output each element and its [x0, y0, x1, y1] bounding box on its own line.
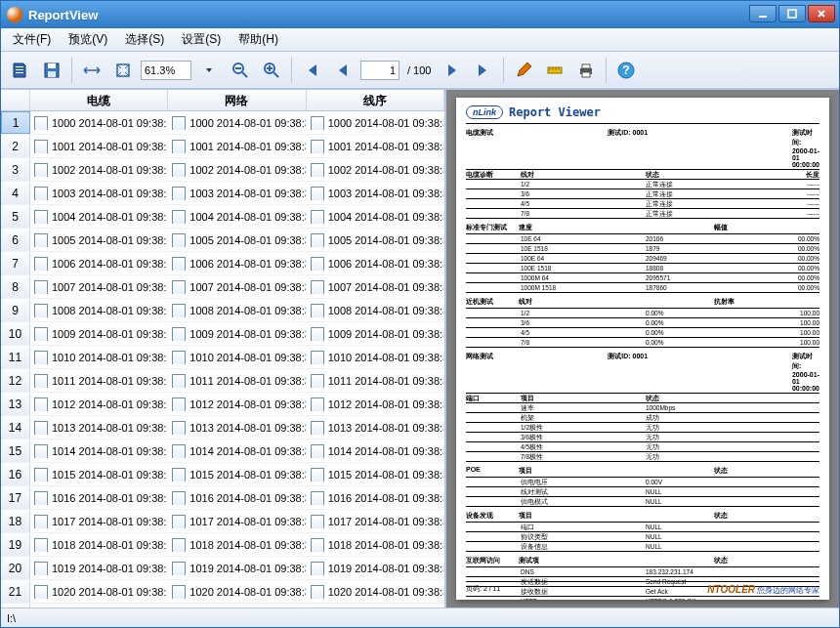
fit-page-button[interactable] — [109, 57, 137, 84]
table-row[interactable]: 151014 2014-08-01 09:38:261014 2014-08-0… — [1, 440, 444, 463]
table-row[interactable]: 201019 2014-08-01 09:38:261019 2014-08-0… — [1, 557, 444, 580]
table-row[interactable]: 51004 2014-08-01 09:38:261004 2014-08-01… — [1, 205, 444, 229]
cell-sequence[interactable]: 1011 2014-08-01 09:38:34 — [307, 374, 444, 388]
minimize-button[interactable] — [749, 5, 777, 22]
zoom-in-button[interactable] — [258, 57, 285, 84]
cell-network[interactable]: 1015 2014-08-01 09:38:30 — [168, 468, 306, 481]
zoom-input[interactable] — [141, 61, 191, 80]
cell-sequence[interactable]: 1002 2014-08-01 09:38:34 — [307, 163, 444, 177]
table-row[interactable]: 131012 2014-08-01 09:38:261012 2014-08-0… — [1, 393, 444, 416]
table-row[interactable]: 71006 2014-08-01 09:38:261006 2014-08-01… — [1, 252, 444, 275]
edit-button[interactable] — [510, 57, 537, 84]
cell-cable[interactable]: 1014 2014-08-01 09:38:26 — [30, 444, 168, 458]
column-network[interactable]: 网络 — [168, 90, 306, 110]
table-row[interactable]: 21001 2014-08-01 09:38:261001 2014-08-01… — [1, 135, 444, 158]
open-button[interactable] — [7, 57, 34, 84]
preview-pane[interactable]: nLink Report Viewer 电缆测试测试ID: 0001测试时间: … — [446, 90, 839, 607]
table-row[interactable]: 111010 2014-08-01 09:38:261010 2014-08-0… — [1, 346, 444, 369]
table-row[interactable]: 191018 2014-08-01 09:38:261018 2014-08-0… — [1, 533, 444, 557]
cell-sequence[interactable]: 1004 2014-08-01 09:38:34 — [307, 210, 444, 224]
cell-sequence[interactable]: 1020 2014-08-01 09:38:35 — [307, 585, 444, 599]
cell-sequence[interactable]: 1006 2014-08-01 09:38:34 — [307, 257, 444, 271]
cell-cable[interactable]: 1007 2014-08-01 09:38:26 — [30, 280, 168, 294]
table-row[interactable]: 161015 2014-08-01 09:38:261015 2014-08-0… — [1, 463, 444, 486]
table-row[interactable]: 181017 2014-08-01 09:38:261017 2014-08-0… — [1, 510, 444, 533]
zoom-out-button[interactable] — [227, 57, 254, 84]
cell-sequence[interactable]: 1015 2014-08-01 09:38:34 — [307, 468, 444, 481]
table-row[interactable]: 211020 2014-08-01 09:38:261020 2014-08-0… — [1, 580, 444, 604]
next-page-button[interactable] — [439, 57, 466, 84]
cell-cable[interactable]: 1010 2014-08-01 09:38:26 — [30, 351, 168, 364]
table-row[interactable]: 81007 2014-08-01 09:38:261007 2014-08-01… — [1, 275, 444, 299]
table-row[interactable]: 11000 2014-08-01 09:38:251000 2014-08-01… — [1, 111, 444, 135]
cell-sequence[interactable]: 1012 2014-08-01 09:38:34 — [307, 398, 444, 411]
print-button[interactable] — [572, 57, 600, 84]
save-button[interactable] — [38, 57, 65, 84]
last-page-button[interactable] — [470, 57, 497, 84]
cell-cable[interactable]: 1012 2014-08-01 09:38:26 — [30, 398, 168, 411]
cell-sequence[interactable]: 1016 2014-08-01 09:38:35 — [307, 491, 444, 505]
cell-cable[interactable]: 1002 2014-08-01 09:38:26 — [30, 163, 168, 177]
cell-sequence[interactable]: 1007 2014-08-01 09:38:34 — [307, 280, 444, 294]
cell-network[interactable]: 1008 2014-08-01 09:38:30 — [168, 304, 306, 317]
cell-cable[interactable]: 1017 2014-08-01 09:38:26 — [30, 515, 168, 528]
cell-sequence[interactable]: 1019 2014-08-01 09:38:35 — [307, 562, 444, 575]
table-row[interactable]: 141013 2014-08-01 09:38:261013 2014-08-0… — [1, 416, 444, 440]
cell-network[interactable]: 1014 2014-08-01 09:38:30 — [168, 444, 306, 458]
cell-sequence[interactable]: 1005 2014-08-01 09:38:34 — [307, 233, 444, 247]
cell-sequence[interactable]: 1001 2014-08-01 09:38:34 — [307, 140, 444, 153]
help-button[interactable]: ? — [612, 57, 640, 84]
cell-network[interactable]: 1003 2014-08-01 09:38:30 — [168, 187, 306, 200]
cell-network[interactable]: 1012 2014-08-01 09:38:30 — [168, 398, 306, 411]
cell-network[interactable]: 1019 2014-08-01 09:38:31 — [168, 562, 306, 575]
cell-cable[interactable]: 1020 2014-08-01 09:38:26 — [30, 585, 168, 599]
cell-sequence[interactable]: 1013 2014-08-01 09:38:34 — [307, 421, 444, 435]
cell-sequence[interactable]: 1017 2014-08-01 09:38:35 — [307, 515, 444, 528]
cell-network[interactable]: 1001 2014-08-01 09:38:30 — [168, 140, 306, 153]
cell-network[interactable]: 1016 2014-08-01 09:38:30 — [168, 491, 306, 505]
cell-cable[interactable]: 1015 2014-08-01 09:38:26 — [30, 468, 168, 481]
column-cable[interactable]: 电缆 — [30, 90, 168, 110]
cell-network[interactable]: 1002 2014-08-01 09:38:30 — [168, 163, 306, 177]
page-input[interactable] — [360, 61, 399, 80]
cell-network[interactable]: 1004 2014-08-01 09:38:30 — [168, 210, 306, 224]
menu-preview[interactable]: 预览(V) — [61, 29, 115, 50]
cell-cable[interactable]: 1001 2014-08-01 09:38:26 — [30, 140, 168, 153]
cell-cable[interactable]: 1009 2014-08-01 09:38:26 — [30, 327, 168, 341]
cell-network[interactable]: 1011 2014-08-01 09:38:30 — [168, 374, 306, 388]
cell-sequence[interactable]: 1010 2014-08-01 09:38:34 — [307, 351, 444, 364]
cell-sequence[interactable]: 1014 2014-08-01 09:38:34 — [307, 444, 444, 458]
cell-network[interactable]: 1018 2014-08-01 09:38:31 — [168, 538, 306, 552]
cell-cable[interactable]: 1004 2014-08-01 09:38:26 — [30, 210, 168, 224]
cell-cable[interactable]: 1013 2014-08-01 09:38:26 — [30, 421, 168, 435]
table-row[interactable]: 31002 2014-08-01 09:38:261002 2014-08-01… — [1, 158, 444, 182]
menu-select[interactable]: 选择(S) — [117, 29, 172, 50]
prev-page-button[interactable] — [329, 57, 357, 84]
cell-network[interactable]: 1020 2014-08-01 09:38:31 — [168, 585, 306, 599]
cell-network[interactable]: 1000 2014-08-01 09:38:30 — [168, 116, 306, 130]
table-row[interactable]: 41003 2014-08-01 09:38:261003 2014-08-01… — [1, 182, 444, 205]
cell-network[interactable]: 1010 2014-08-01 09:38:30 — [168, 351, 306, 364]
cell-sequence[interactable]: 1008 2014-08-01 09:38:34 — [307, 304, 444, 317]
cell-network[interactable]: 1005 2014-08-01 09:38:30 — [168, 233, 306, 247]
cell-network[interactable]: 1017 2014-08-01 09:38:31 — [168, 515, 306, 528]
menu-help[interactable]: 帮助(H) — [231, 29, 286, 50]
cell-sequence[interactable]: 1003 2014-08-01 09:38:34 — [307, 187, 444, 200]
menu-file[interactable]: 文件(F) — [5, 29, 59, 50]
cell-network[interactable]: 1007 2014-08-01 09:38:30 — [168, 280, 306, 294]
fit-width-button[interactable] — [78, 57, 105, 84]
zoom-dropdown-button[interactable] — [195, 57, 223, 84]
cell-network[interactable]: 1006 2014-08-01 09:38:30 — [168, 257, 306, 271]
cell-cable[interactable]: 1016 2014-08-01 09:38:26 — [30, 491, 168, 505]
cell-cable[interactable]: 1000 2014-08-01 09:38:25 — [30, 116, 168, 130]
table-row[interactable]: 91008 2014-08-01 09:38:261008 2014-08-01… — [1, 299, 444, 322]
cell-sequence[interactable]: 1018 2014-08-01 09:38:35 — [307, 538, 444, 552]
cell-cable[interactable]: 1019 2014-08-01 09:38:26 — [30, 562, 168, 575]
first-page-button[interactable] — [298, 57, 325, 84]
cell-cable[interactable]: 1011 2014-08-01 09:38:26 — [30, 374, 168, 388]
cell-cable[interactable]: 1005 2014-08-01 09:38:26 — [30, 233, 168, 247]
cell-sequence[interactable]: 1009 2014-08-01 09:38:34 — [307, 327, 444, 341]
table-row[interactable]: 121011 2014-08-01 09:38:261011 2014-08-0… — [1, 369, 444, 393]
column-sequence[interactable]: 线序 — [307, 90, 444, 110]
cell-network[interactable]: 1013 2014-08-01 09:38:30 — [168, 421, 306, 435]
